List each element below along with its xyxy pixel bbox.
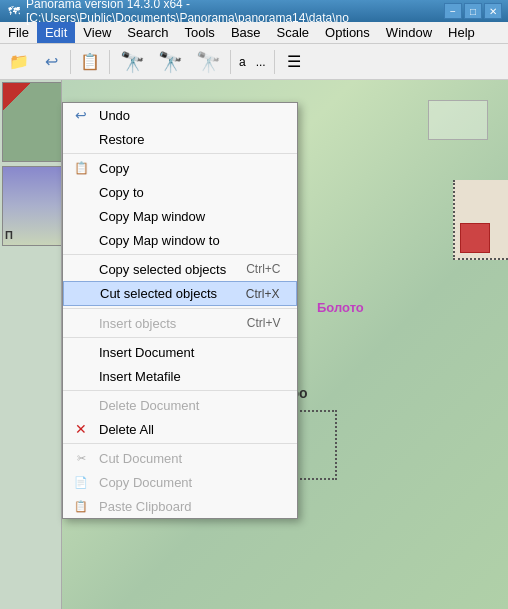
- separator-2: [63, 254, 297, 255]
- map-thumb-1[interactable]: [2, 82, 62, 162]
- menu-item-copy-to[interactable]: Copy to: [63, 180, 297, 204]
- menu-item-insert-objects: Insert objects Ctrl+V: [63, 311, 297, 335]
- separator-6: [63, 443, 297, 444]
- copy-document-icon: 📄: [71, 472, 91, 492]
- menu-item-copy-selected[interactable]: Copy selected objects Ctrl+C: [63, 257, 297, 281]
- menu-item-delete-all-label: Delete All: [99, 422, 154, 437]
- toolbar-undo-btn[interactable]: ↩: [36, 47, 66, 77]
- menu-item-copy-map-window-label: Copy Map window: [99, 209, 205, 224]
- separator-4: [63, 337, 297, 338]
- menu-search[interactable]: Search: [119, 22, 176, 43]
- title-bar: 🗺 Panorama version 14.3.0 x64 - [C:\User…: [0, 0, 508, 22]
- menu-item-undo[interactable]: ↩ Undo: [63, 103, 297, 127]
- menu-edit[interactable]: Edit: [37, 22, 75, 43]
- menu-item-cut-document-label: Cut Document: [99, 451, 182, 466]
- toolbar-search-btn[interactable]: 🔭: [152, 47, 188, 77]
- menu-item-copy-label: Copy: [99, 161, 129, 176]
- app-icon: 🗺: [6, 3, 22, 19]
- insert-objects-shortcut: Ctrl+V: [247, 316, 281, 330]
- toolbar-copy-btn[interactable]: 📋: [75, 47, 105, 77]
- toolbar-list-btn[interactable]: ☰: [279, 47, 309, 77]
- map-thumb-img-1: [3, 83, 61, 161]
- cut-selected-shortcut: Ctrl+X: [246, 287, 280, 301]
- toolbar-view-btn[interactable]: 🔭: [190, 47, 226, 77]
- menu-window[interactable]: Window: [378, 22, 440, 43]
- menu-item-restore-label: Restore: [99, 132, 145, 147]
- menu-item-copy-map-window[interactable]: Copy Map window: [63, 204, 297, 228]
- menu-item-copy-selected-label: Copy selected objects: [99, 262, 226, 277]
- toolbar: 📁 ↩ 📋 🔭 🔭 🔭 a ... ☰: [0, 44, 508, 80]
- menu-scale[interactable]: Scale: [269, 22, 318, 43]
- menu-item-restore[interactable]: Restore: [63, 127, 297, 151]
- menu-item-insert-document-label: Insert Document: [99, 345, 194, 360]
- undo-icon: ↩: [71, 105, 91, 125]
- menu-item-paste-clipboard-label: Paste Clipboard: [99, 499, 192, 514]
- left-panel: П: [0, 80, 62, 609]
- menu-file[interactable]: File: [0, 22, 37, 43]
- menu-item-delete-document-label: Delete Document: [99, 398, 199, 413]
- menu-base[interactable]: Base: [223, 22, 269, 43]
- map-thumb-2[interactable]: П: [2, 166, 62, 246]
- menu-item-cut-selected[interactable]: Cut selected objects Ctrl+X: [63, 281, 297, 306]
- toolbar-sep-2: [109, 50, 110, 74]
- menu-item-undo-label: Undo: [99, 108, 130, 123]
- menu-item-copy-map-window-to-label: Copy Map window to: [99, 233, 220, 248]
- toolbar-sep-1: [70, 50, 71, 74]
- delete-all-icon: ✕: [71, 419, 91, 439]
- cut-icon: ✂: [71, 448, 91, 468]
- menu-item-copy-document-label: Copy Document: [99, 475, 192, 490]
- edit-dropdown-menu: ↩ Undo Restore 📋 Copy Copy to Copy Map w…: [62, 102, 298, 519]
- toolbar-label-a: a: [235, 55, 250, 69]
- maximize-button[interactable]: □: [464, 3, 482, 19]
- menu-item-delete-document: Delete Document: [63, 393, 297, 417]
- copy-icon: 📋: [71, 158, 91, 178]
- main-area: П Болото оро П ↩ Undo Restore: [0, 80, 508, 609]
- separator-5: [63, 390, 297, 391]
- menu-item-copy-to-label: Copy to: [99, 185, 144, 200]
- toolbar-sep-3: [230, 50, 231, 74]
- menu-item-insert-objects-label: Insert objects: [99, 316, 176, 331]
- menu-bar: File Edit View Search Tools Base Scale O…: [0, 22, 508, 44]
- toolbar-label-dots: ...: [252, 55, 270, 69]
- menu-tools[interactable]: Tools: [177, 22, 223, 43]
- menu-item-copy-map-window-to[interactable]: Copy Map window to: [63, 228, 297, 252]
- menu-view[interactable]: View: [75, 22, 119, 43]
- close-button[interactable]: ✕: [484, 3, 502, 19]
- toolbar-sep-4: [274, 50, 275, 74]
- menu-item-delete-all[interactable]: ✕ Delete All: [63, 417, 297, 441]
- minimize-button[interactable]: −: [444, 3, 462, 19]
- toolbar-folder-btn[interactable]: 📁: [4, 47, 34, 77]
- copy-selected-shortcut: Ctrl+C: [246, 262, 280, 276]
- menu-item-cut-document: ✂ Cut Document: [63, 446, 297, 470]
- menu-item-insert-metafile[interactable]: Insert Metafile: [63, 364, 297, 388]
- menu-item-copy[interactable]: 📋 Copy: [63, 156, 297, 180]
- toolbar-zoom-btn[interactable]: 🔭: [114, 47, 150, 77]
- map-label-boloto: Болото: [317, 300, 364, 315]
- menu-item-copy-document: 📄 Copy Document: [63, 470, 297, 494]
- menu-item-insert-metafile-label: Insert Metafile: [99, 369, 181, 384]
- menu-item-paste-clipboard: 📋 Paste Clipboard: [63, 494, 297, 518]
- separator-3: [63, 308, 297, 309]
- menu-item-insert-document[interactable]: Insert Document: [63, 340, 297, 364]
- window-controls[interactable]: − □ ✕: [444, 3, 502, 19]
- menu-item-cut-selected-label: Cut selected objects: [100, 286, 217, 301]
- paste-icon: 📋: [71, 496, 91, 516]
- menu-options[interactable]: Options: [317, 22, 378, 43]
- menu-help[interactable]: Help: [440, 22, 483, 43]
- separator-1: [63, 153, 297, 154]
